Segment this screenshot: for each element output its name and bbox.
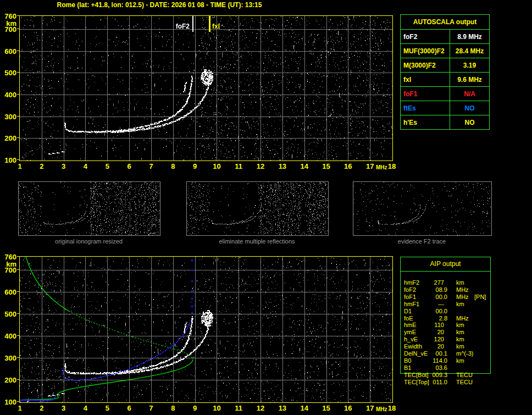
- aip-value: 00.0: [422, 308, 447, 314]
- aip-row: TEC[Bot]009.3TECU: [401, 372, 490, 379]
- x-axis-tick-label: 14: [300, 404, 308, 412]
- x-axis-tick-label: 11: [235, 404, 242, 412]
- y-axis-tick: [17, 335, 19, 336]
- x-axis-tick-label: 3: [62, 162, 65, 170]
- y-axis-tick: [17, 269, 19, 270]
- autoscala-param: h'Es: [401, 115, 450, 130]
- aip-row: B103.6: [401, 364, 490, 372]
- x-axis-tick-label: 18: [388, 404, 396, 412]
- aip-row: h_vE120 km: [401, 336, 490, 343]
- fxi-marker-label: fxI: [212, 23, 220, 30]
- y-axis-unit-label: km: [0, 260, 16, 268]
- x-axis-tick-label: 16: [344, 404, 352, 412]
- aip-row: hmF1--- km: [401, 301, 490, 308]
- autoscala-value: 3.19: [450, 58, 490, 73]
- y-axis-tick: [17, 159, 19, 160]
- aip-row: foE2.8MHz: [401, 315, 490, 322]
- fxi-marker-line: [209, 16, 210, 32]
- aip-value: 114.0: [422, 357, 447, 364]
- aip-param: foF2: [404, 286, 416, 293]
- aip-unit: MHz: [456, 286, 469, 293]
- y-axis-tick: [17, 291, 19, 292]
- x-axis-unit-label: MHz: [376, 406, 387, 412]
- x-axis-tick-label: 18: [388, 162, 396, 170]
- y-axis-tick: [17, 256, 19, 257]
- aip-header: AIP output: [401, 257, 490, 272]
- aip-row: foF100.0MHz[PN]: [401, 294, 490, 301]
- aip-param: hmF1: [404, 301, 419, 307]
- thumbnail-reflections-canvas: [187, 182, 328, 235]
- autoscala-param: M(3000)F2: [401, 58, 450, 73]
- aip-value: 00.1: [422, 350, 447, 357]
- thumbnail-caption-reflections: eliminate multiple reflections: [186, 238, 328, 245]
- aip-row: TEC[Top]011.0TECU: [401, 379, 490, 386]
- x-axis-tick-label: 1: [18, 404, 21, 412]
- aip-unit: TECU: [456, 372, 473, 378]
- x-axis-tick-label: 5: [106, 404, 109, 412]
- aip-unit: MHz: [456, 294, 469, 300]
- y-axis-tick: [17, 15, 19, 16]
- x-axis-tick-label: 7: [149, 162, 153, 170]
- y-axis-tick-label: 500: [0, 69, 16, 77]
- thumbnail-f2-canvas: [353, 182, 491, 235]
- x-axis-tick-label: 1: [18, 162, 21, 170]
- aip-value: 110: [422, 322, 447, 328]
- aip-unit: km: [456, 279, 464, 286]
- aip-param: hmF2: [404, 279, 419, 286]
- x-axis-tick-label: 14: [300, 162, 308, 170]
- aip-param: B0: [404, 357, 411, 364]
- fof2-marker-label: foF2: [163, 23, 190, 30]
- aip-value: 03.6: [422, 364, 447, 371]
- aip-param: h_vE: [404, 336, 418, 342]
- autoscala-value: 8.9 MHz: [450, 30, 490, 44]
- main-ionogram-plot: foF2 fxI: [19, 15, 393, 161]
- aip-param: Ewidth: [404, 343, 422, 350]
- x-axis-tick-label: 9: [193, 404, 197, 412]
- x-axis-tick-label: 6: [127, 404, 131, 412]
- aip-param: ymE: [404, 329, 416, 335]
- y-axis-tick-label: 300: [0, 354, 16, 362]
- aip-param: foF1: [404, 294, 416, 300]
- thumbnail-f2-trace: [353, 181, 492, 236]
- x-axis-tick-label: 12: [257, 404, 264, 412]
- aip-value: 08.9: [422, 286, 447, 293]
- x-axis-tick-label: 4: [84, 404, 87, 412]
- thumbnail-multiple-reflections: [186, 181, 329, 236]
- y-axis-tick: [17, 72, 19, 73]
- y-axis-tick: [17, 137, 19, 138]
- aip-row: hmE110 km: [401, 322, 490, 329]
- x-axis-tick-label: 2: [40, 404, 43, 412]
- x-axis-tick-label: 8: [171, 162, 175, 170]
- station-title: Rome (lat: +41.8, lon: 012.5) - DATE: 20…: [57, 1, 262, 9]
- aip-unit: km: [456, 329, 464, 335]
- aip-row: Ewidth20 km: [401, 343, 490, 350]
- main-ionogram-canvas: [20, 16, 392, 161]
- y-axis-tick-label: 300: [0, 113, 16, 121]
- aip-value: 120: [422, 336, 447, 342]
- autoscala-value: N/A: [450, 87, 490, 101]
- x-axis-tick-label: 16: [344, 162, 352, 170]
- x-axis-tick-label: 3: [62, 404, 65, 412]
- thumbnail-original-ionogram: [18, 181, 160, 236]
- aip-unit: km: [456, 357, 464, 364]
- autoscala-param: fxI: [401, 73, 450, 87]
- x-axis-tick-label: 12: [257, 162, 264, 170]
- aip-row: ymE20 km: [401, 329, 490, 336]
- aip-row: foF208.9MHz: [401, 286, 490, 294]
- x-axis-tick-label: 13: [279, 162, 286, 170]
- aip-unit: km: [456, 343, 464, 350]
- y-axis-tick: [17, 51, 19, 51]
- aip-row: DelN_vE00.1m^(-3): [401, 350, 490, 357]
- autoscala-param: ftEs: [401, 101, 450, 115]
- x-axis-tick-label: 2: [40, 162, 43, 170]
- y-axis-tick-label: 400: [0, 91, 16, 99]
- y-axis-tick-label: 100: [0, 398, 16, 406]
- y-axis-tick-label: 600: [0, 47, 16, 56]
- profile-ionogram-canvas: [20, 257, 392, 402]
- autoscala-param: foF2: [401, 30, 450, 44]
- aip-unit: MHz: [456, 315, 469, 322]
- y-axis-tick: [17, 29, 19, 29]
- profile-ionogram-plot: [19, 256, 393, 403]
- aip-param: foE: [404, 315, 413, 322]
- x-axis-tick-label: 15: [322, 162, 330, 170]
